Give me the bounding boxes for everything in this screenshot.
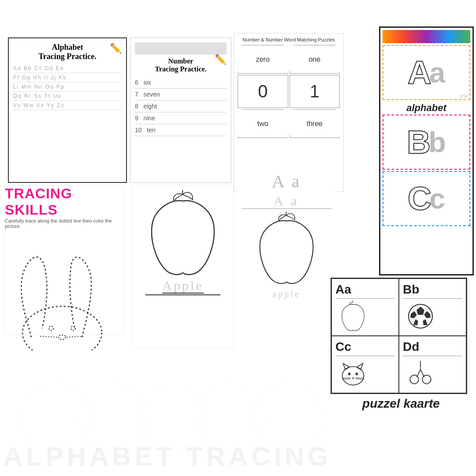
- puzzle-cell-cc: Cc: [331, 336, 399, 393]
- tracing-skills-subtitle: Carefully trace along the dotted line th…: [5, 218, 123, 229]
- svg-point-28: [79, 383, 150, 454]
- apple-coloring-svg: [251, 212, 322, 286]
- svg-point-29: [137, 383, 207, 454]
- svg-point-30: [194, 383, 264, 454]
- svg-marker-8: [410, 311, 416, 318]
- svg-point-1: [49, 326, 53, 331]
- svg-line-21: [356, 379, 364, 379]
- svg-point-27: [22, 383, 93, 454]
- puzzle-scissors-icon: [403, 358, 438, 389]
- puzzle-word-zero: zero: [238, 45, 288, 74]
- svg-line-24: [417, 370, 420, 377]
- puzzle-number-one: 1: [290, 75, 340, 108]
- alphabet-line-1: Aa Bb Cc Dd Ee: [13, 64, 122, 73]
- alphabet-italic-label: alphabet: [383, 101, 470, 115]
- svg-point-15: [348, 373, 351, 376]
- alphabet-tracing-title: AlphabetTracing Practice.: [13, 43, 122, 61]
- svg-point-2: [71, 326, 75, 331]
- puzzle-letter-dd: Dd: [403, 340, 419, 354]
- number-tracing-title: NumberTracing Practice.: [135, 57, 227, 73]
- puzzle-word-one: one: [290, 45, 340, 74]
- alphabet-line-4: Qq Rr Ss Tt Uu: [13, 92, 122, 101]
- svg-marker-17: [352, 377, 354, 379]
- svg-point-3: [59, 335, 66, 339]
- apple-dotted-word: apple: [272, 289, 300, 299]
- number-line-10: 10 ten: [135, 124, 227, 136]
- card-puzzle-kaarte: Aa Bb: [331, 278, 472, 445]
- card-tracing-skills: TRACING SKILLS Carefully trace along the…: [4, 185, 123, 335]
- number-matching-title: Number & Number Word Matching Puzzles: [238, 37, 340, 42]
- aa-trace-line: A a: [242, 193, 331, 209]
- puzzle-letter-cc: Cc: [335, 340, 351, 354]
- svg-point-0: [22, 306, 102, 350]
- letter-aa-card: A a 2/14: [383, 45, 470, 100]
- svg-point-31: [251, 383, 322, 454]
- svg-point-16: [356, 373, 358, 376]
- pencil-icon: ✏️: [110, 43, 122, 54]
- svg-line-4: [40, 336, 58, 337]
- card-apple-tracing: Apple: [132, 185, 234, 348]
- card-number-tracing: NumberTracing Practice. ✏️ 6 six 7 seven…: [130, 37, 231, 183]
- watermark-text: ALPHABET TRACING: [0, 441, 335, 472]
- puzzle-cell-bb: Bb: [399, 279, 466, 336]
- svg-marker-13: [343, 364, 350, 370]
- puzzle-kaarte-label: puzzel kaarte: [331, 397, 472, 411]
- svg-line-20: [342, 379, 351, 379]
- card-alphabet-tracing: AlphabetTracing Practice. ✏️ Aa Bb Cc Dd…: [8, 37, 127, 183]
- svg-line-5: [67, 336, 83, 337]
- puzzle-soccer-icon: [403, 301, 438, 332]
- bunny-dotted-svg: [5, 231, 119, 350]
- puzzle-word-two: two: [238, 109, 288, 138]
- dotted-lines: Aa Bb Cc Dd Ee Ff Gg Hh Ii Jj Kk Ll Mm N…: [13, 64, 122, 110]
- svg-marker-11: [423, 320, 428, 325]
- puzzle-number-zero: 0: [238, 75, 288, 108]
- puzzle-cat-icon: [335, 358, 371, 389]
- puzzle-grid: Aa Bb: [331, 278, 467, 394]
- svg-line-25: [420, 370, 424, 377]
- letter-cc-card: C c: [383, 171, 470, 226]
- letter-bb-card: B b: [383, 115, 470, 170]
- card-aa-apple: A a A a apple: [238, 167, 335, 339]
- puzzle-letter-aa: Aa: [335, 283, 351, 297]
- decorative-circles: [13, 375, 322, 463]
- card-alphabet-cards: A a 2/14 alphabet B b C c: [379, 26, 474, 275]
- tracing-skills-title: TRACING SKILLS: [5, 186, 123, 218]
- alphabet-line-3: Ll Mm Nn Oo Pp: [13, 82, 122, 92]
- number-line-9: 9 nine: [135, 112, 227, 124]
- apple-trace-word: Apple: [162, 278, 203, 294]
- number-line-7: 7 seven: [135, 89, 227, 100]
- number-line-8: 8 eight: [135, 100, 227, 112]
- puzzle-cell-aa: Aa: [331, 279, 399, 336]
- number-line-6: 6 six: [135, 77, 227, 89]
- puzzle-apple-icon: [335, 301, 371, 332]
- apple-big-svg: [143, 190, 223, 278]
- alphabet-line-5: Vv Ww Xx Yy Zz: [13, 101, 122, 110]
- puzzle-cell-dd: Dd: [399, 336, 466, 393]
- aa-letter-label: A a: [272, 171, 301, 192]
- puzzle-letter-bb: Bb: [403, 283, 419, 297]
- puzzle-word-three: three: [290, 109, 340, 138]
- alphabet-line-2: Ff Gg Hh Ii Jj Kk: [13, 73, 122, 82]
- svg-marker-14: [357, 364, 363, 370]
- svg-marker-10: [413, 320, 418, 325]
- svg-marker-9: [424, 311, 431, 318]
- main-container: AlphabetTracing Practice. ✏️ Aa Bb Cc Dd…: [0, 0, 476, 476]
- svg-marker-7: [416, 307, 424, 315]
